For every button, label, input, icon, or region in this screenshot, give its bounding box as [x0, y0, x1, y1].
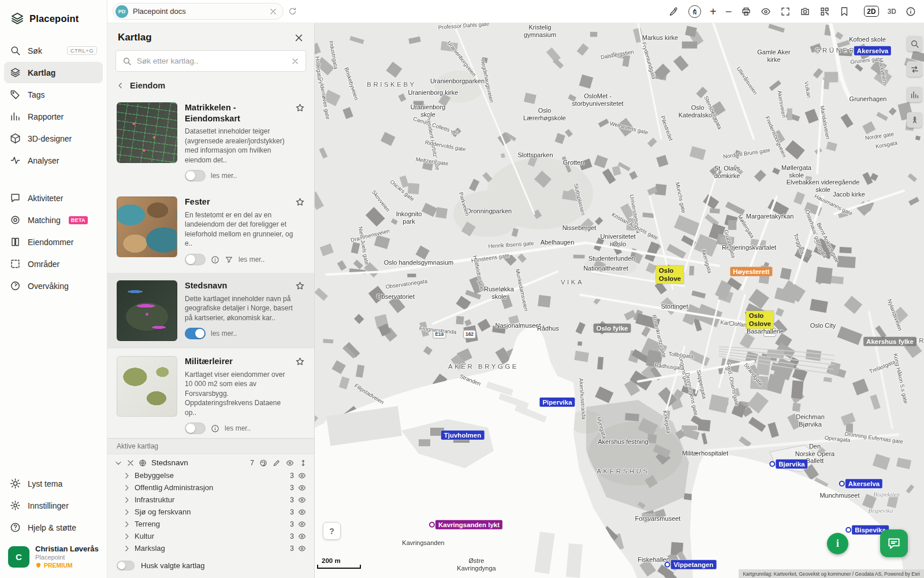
visibility-icon[interactable]: [298, 520, 306, 528]
close-panel-icon[interactable]: [294, 33, 304, 43]
remove-layer-icon[interactable]: [126, 459, 135, 467]
read-more-link[interactable]: les mer..: [225, 424, 251, 432]
chevron-right-icon[interactable]: [122, 544, 131, 553]
mode-3d-button[interactable]: 3D: [888, 8, 896, 16]
active-layer-child-kultur[interactable]: Kultur3: [107, 530, 314, 542]
star-icon[interactable]: [295, 357, 305, 366]
chat-button[interactable]: [880, 529, 908, 557]
chevron-down-icon[interactable]: [114, 459, 122, 467]
sidebar-item-hjelp-st-tte[interactable]: Hjelp & støtte: [4, 517, 103, 538]
remember-layers-toggle[interactable]: [117, 561, 135, 570]
visibility-icon[interactable]: [298, 532, 306, 540]
read-more-link[interactable]: les mer..: [211, 172, 237, 180]
visibility-icon[interactable]: [760, 6, 771, 17]
fullscreen-icon[interactable]: [780, 6, 791, 17]
pick-tool-icon[interactable]: [669, 6, 680, 17]
map-canvas[interactable]: E18162162 KristeliggymnasiumMarkus kirke…: [315, 23, 924, 578]
screenshot-icon[interactable]: [799, 6, 810, 17]
map-badge-bj-rvika[interactable]: Bjørvika: [776, 460, 807, 469]
chevron-right-icon[interactable]: [122, 520, 131, 528]
star-icon[interactable]: [295, 197, 305, 207]
layer-card-stedsnavn[interactable]: StedsnavnDette kartlaget inneholder navn…: [107, 273, 314, 349]
sidebar-item-lyst-tema[interactable]: Lyst tema: [4, 473, 103, 494]
visibility-icon[interactable]: [298, 484, 306, 492]
sidebar-item-s-k[interactable]: SøkCTRL+G: [4, 40, 103, 61]
zoom-out-button[interactable]: −: [725, 6, 732, 17]
visibility-icon[interactable]: [286, 459, 294, 467]
mode-2d-button[interactable]: 2D: [864, 6, 878, 17]
route-tool[interactable]: [907, 112, 922, 128]
print-icon[interactable]: [740, 6, 751, 17]
chevron-right-icon[interactable]: [122, 484, 131, 492]
clear-context-icon[interactable]: [269, 8, 277, 16]
chevron-right-icon[interactable]: [122, 496, 131, 504]
sidebar-item-aktiviteter[interactable]: Aktiviteter: [4, 187, 103, 209]
info-button[interactable]: i: [827, 533, 848, 554]
map-badge-oslo-oslove[interactable]: OsloOslove: [656, 266, 684, 284]
map-badge-oslo-oslove[interactable]: OsloOslove: [746, 311, 774, 329]
sidebar-item-overv-king[interactable]: Overvåking: [4, 275, 103, 297]
info-icon[interactable]: [211, 255, 219, 264]
layer-card-matrikkelen-eiendomskart[interactable]: Matrikkelen - EiendomskartDatasettet inn…: [107, 95, 314, 189]
active-layer-child-terreng[interactable]: Terreng3: [107, 518, 314, 530]
visibility-icon[interactable]: [298, 472, 306, 480]
sidebar-item-tags[interactable]: Tags: [4, 84, 103, 105]
chevron-right-icon[interactable]: [122, 508, 131, 516]
qr-grid-icon[interactable]: [819, 6, 830, 17]
map-badge-vippetangen[interactable]: Vippetangen: [671, 560, 717, 569]
map-badge-akershus-fylke[interactable]: Akershus fylke: [863, 337, 916, 346]
info-icon[interactable]: [905, 6, 916, 17]
filter-icon[interactable]: [225, 255, 233, 264]
sidebar-item-omr-der[interactable]: Områder: [4, 253, 103, 275]
layer-card-fester[interactable]: FesterEn festetomt er en del av en lande…: [107, 189, 314, 273]
chevron-right-icon[interactable]: [122, 472, 131, 480]
active-layer-group[interactable]: Stedsnavn 7: [107, 454, 314, 469]
reorder-handle-icon[interactable]: [299, 459, 307, 467]
compass-icon[interactable]: N: [688, 5, 701, 18]
active-layer-child-sj-og-ferskvann[interactable]: Sjø og ferskvann3: [107, 506, 314, 518]
map-badge-tjuvholmen[interactable]: Tjuvholmen: [441, 431, 485, 440]
layer-search-input[interactable]: [137, 57, 286, 65]
context-search-pill[interactable]: PD Placepoint docs: [113, 3, 284, 20]
sidebar-item-kartlag[interactable]: Kartlag: [4, 62, 103, 83]
compare-tool[interactable]: [907, 61, 922, 77]
layer-toggle[interactable]: [185, 170, 206, 181]
map-badge-h-yesterett[interactable]: Høyesterett: [730, 267, 772, 276]
stats-tool[interactable]: [907, 87, 922, 102]
layer-toggle[interactable]: [185, 328, 206, 339]
star-icon[interactable]: [295, 281, 305, 291]
sidebar-item-innstillinger[interactable]: Innstillinger: [4, 495, 103, 516]
map-badge-kavringsanden-lykt[interactable]: Kavringsanden lykt: [435, 520, 502, 529]
clear-search-icon[interactable]: [291, 57, 299, 65]
visibility-icon[interactable]: [298, 544, 306, 553]
map-badge-akerselva[interactable]: Akerselva: [854, 46, 891, 55]
visibility-icon[interactable]: [298, 496, 306, 504]
sidebar-item-3d-designer[interactable]: 3D-designer: [4, 128, 103, 149]
map-badge-akerselva[interactable]: Akerselva: [845, 479, 882, 488]
layer-search[interactable]: [116, 50, 306, 72]
bookmark-icon[interactable]: [839, 6, 850, 17]
read-more-link[interactable]: les mer..: [239, 255, 264, 264]
zoom-box-tool[interactable]: [907, 36, 922, 51]
active-layer-child-infrastruktur[interactable]: Infrastruktur3: [107, 494, 314, 506]
active-layer-child-markslag[interactable]: Markslag3: [107, 542, 314, 554]
sidebar-item-analyser[interactable]: Analyser: [4, 150, 103, 171]
edit-icon[interactable]: [273, 459, 281, 467]
read-more-link[interactable]: les mer..: [211, 329, 237, 338]
user-card[interactable]: C Christian Løverås Placepoint PREMIUM: [0, 540, 107, 578]
refresh-icon[interactable]: [288, 7, 297, 16]
layer-card-milit-rleirer[interactable]: MilitærleirerKartlaget viser eiendommer …: [107, 349, 314, 438]
map-badge-oslo-fylke[interactable]: Oslo fylke: [594, 324, 631, 333]
sidebar-item-matching[interactable]: MatchingBETA: [4, 209, 103, 231]
active-layer-child-offentlig-administrasjon[interactable]: Offentlig Administrasjon3: [107, 481, 314, 494]
map-badge-pipervika[interactable]: Pipervika: [539, 398, 575, 407]
style-icon[interactable]: [259, 459, 267, 467]
layer-toggle[interactable]: [185, 254, 206, 265]
sidebar-item-eiendommer[interactable]: Eiendommer: [4, 231, 103, 253]
sidebar-item-rapporter[interactable]: Rapporter: [4, 106, 103, 127]
star-icon[interactable]: [295, 103, 305, 113]
chevron-right-icon[interactable]: [122, 532, 131, 540]
back-breadcrumb[interactable]: Eiendom: [107, 79, 314, 95]
info-icon[interactable]: [211, 424, 219, 433]
help-button[interactable]: ?: [323, 522, 341, 540]
